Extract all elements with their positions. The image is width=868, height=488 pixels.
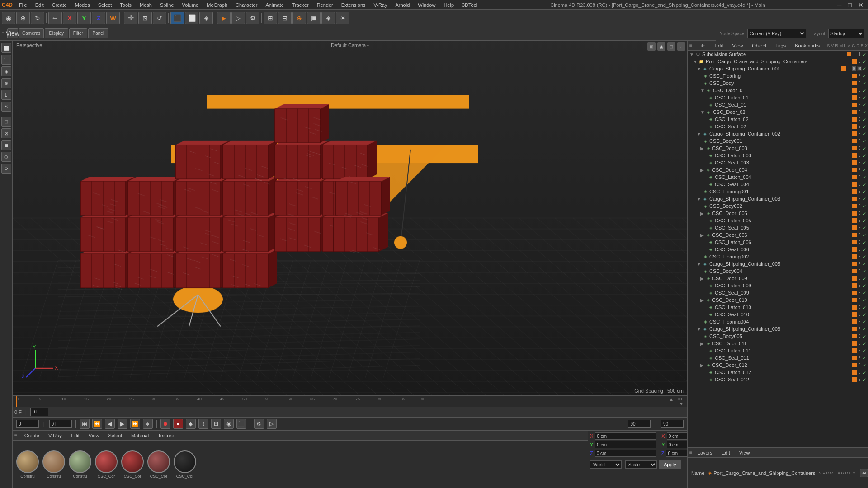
transform-mode-select[interactable]: Scale Move Rotate — [625, 460, 657, 469]
tree-item-csc-latch02[interactable]: ◈ CSC_Latch_02 ⋮ ✓ — [688, 116, 868, 123]
tree-item-csc-latch11[interactable]: ◈ CSC_Latch_011 ⋮ ✓ — [688, 347, 868, 354]
menu-file[interactable]: File — [15, 1, 31, 9]
left-icon-3[interactable]: ◈ — [1, 66, 11, 76]
tree-item-subdivision-surface[interactable]: ▼ ⬡ Subdivision Surface ⋮ ✓ — [688, 51, 868, 58]
rtab-edit-2[interactable]: Edit — [718, 449, 734, 456]
tree-item-csc-door11[interactable]: ▶ ◈ CSC_Door_011 ⋮ ✓ — [688, 340, 868, 347]
menu-character[interactable]: Character — [232, 1, 261, 9]
close-button[interactable]: ✕ — [855, 1, 866, 9]
tree-item-csc-seal01[interactable]: ◈ CSC_Seal_01 ⋮ ✓ — [688, 101, 868, 108]
auto-key-btn[interactable]: ● — [173, 419, 183, 429]
tree-item-csc-door12[interactable]: ▶ ◈ CSC_Door_012 ⋮ ✓ — [688, 361, 868, 369]
model-mode-btn[interactable]: ◉ — [2, 12, 15, 24]
tree-item-csc006[interactable]: ▼ ◈ Cargo_Shipping_Container_006 ⋮ ✓ — [688, 325, 868, 333]
edges-mode-btn[interactable]: ◈ — [199, 12, 213, 24]
scale-tool-btn[interactable]: ⊠ — [138, 12, 152, 24]
left-icon-6[interactable]: S — [1, 102, 11, 112]
material-item-6[interactable]: CSC_Cor — [174, 450, 196, 479]
rtab-view[interactable]: View — [729, 42, 747, 49]
light-btn[interactable]: ☀ — [336, 12, 349, 24]
timeline-ruler[interactable]: 0 5 10 15 20 25 30 35 40 45 50 55 60 65 … — [13, 396, 687, 407]
left-icon-11[interactable]: ⚙ — [1, 164, 11, 174]
go-start-btn[interactable]: ⏮ — [80, 419, 90, 429]
record-btn[interactable]: ⏺ — [160, 419, 170, 429]
tree-item-csc-door03[interactable]: ▶ ◈ CSC_Door_003 ⋮ ✓ — [688, 145, 868, 152]
left-icon-10[interactable]: ⬡ — [1, 152, 11, 162]
menu-3dtool[interactable]: 3DTool — [458, 1, 481, 9]
points-mode-btn[interactable]: ⬜ — [185, 12, 198, 24]
tree-item-csc003[interactable]: ▼ ◈ Cargo_Shipping_Container_003 ⋮ ✓ — [688, 195, 868, 202]
tree-item-csc-seal04[interactable]: ◈ CSC_Seal_004 ⋮ ✓ — [688, 181, 868, 188]
left-icon-1[interactable]: ⬜ — [1, 43, 11, 53]
material-item-5[interactable]: CSC_Cor — [147, 450, 170, 479]
tree-item-csc-flooring004[interactable]: ◈ CSC_Flooring004 ⋮ ✓ — [688, 318, 868, 325]
btab-select[interactable]: Select — [104, 432, 126, 439]
viewport-btn[interactable]: ▣ — [307, 12, 321, 24]
tree-item-csc-seal03[interactable]: ◈ CSC_Seal_003 ⋮ ✓ — [688, 159, 868, 166]
expand-arrow[interactable]: ▼ — [689, 52, 694, 57]
texture-mode-btn[interactable]: ⊕ — [16, 12, 30, 24]
filter-btn[interactable]: Filter — [69, 28, 87, 38]
end-frame-input[interactable] — [628, 420, 651, 428]
menu-create[interactable]: Create — [48, 1, 71, 9]
btab-vray[interactable]: V-Ray — [45, 432, 66, 439]
menu-window[interactable]: Window — [414, 1, 439, 9]
btab-edit[interactable]: Edit — [67, 432, 83, 439]
tree-item-csc-latch01[interactable]: ◈ CSC_Latch_01 ⋮ ✓ — [688, 94, 868, 101]
expand-arrow-2[interactable]: ▼ — [693, 59, 698, 64]
material-item-4[interactable]: CSC_Cor — [121, 450, 144, 479]
rtab-layers[interactable]: Layers — [694, 449, 716, 456]
layout-select[interactable]: Startup — [828, 29, 864, 38]
tree-item-csc-door05[interactable]: ▶ ◈ CSC_Door_005 ⋮ ✓ — [688, 210, 868, 217]
tree-item-csc-latch05[interactable]: ◈ CSC_Latch_005 ⋮ ✓ — [688, 217, 868, 224]
viewport[interactable]: Perspective Default Camera • Grid Spacin… — [13, 41, 687, 395]
viewport-icon-3[interactable]: ⊟ — [667, 42, 675, 51]
tree-item-csc-door06[interactable]: ▶ ◈ CSC_Door_006 ⋮ ✓ — [688, 231, 868, 239]
tree-item-csc-body002[interactable]: ◈ CSC_Body002 ⋮ ✓ — [688, 202, 868, 210]
tree-item-csc-door01[interactable]: ▼ ◈ CSC_Door_01 ⋮ ✓ — [688, 87, 868, 94]
bot-play-1[interactable]: ⏮ — [860, 469, 868, 477]
menu-select[interactable]: Select — [94, 1, 116, 9]
fps-input[interactable] — [661, 420, 684, 428]
frame-field[interactable] — [49, 420, 72, 428]
frame-scroll-up[interactable]: ▲ — [669, 397, 674, 402]
prev-btn[interactable]: ◀ — [105, 419, 115, 429]
tree-item-csc-seal09[interactable]: ◈ CSC_Seal_009 ⋮ ✓ — [688, 289, 868, 296]
display-btn2[interactable]: Display — [45, 28, 68, 38]
rtab-view-2[interactable]: View — [736, 449, 754, 456]
minimize-button[interactable]: ─ — [835, 1, 844, 9]
left-icon-2[interactable]: ⬛ — [1, 55, 11, 65]
tree-item-csc-latch09[interactable]: ◈ CSC_Latch_009 ⋮ ✓ — [688, 282, 868, 289]
tree-item-csc-seal02[interactable]: ◈ CSC_Seal_02 ⋮ ✓ — [688, 123, 868, 130]
prev-frame-btn[interactable]: ⏪ — [92, 419, 102, 429]
rtab-tags[interactable]: Tags — [772, 42, 789, 49]
key-btn[interactable]: ◆ — [186, 419, 196, 429]
snap-btn[interactable]: ⊟ — [278, 12, 292, 24]
tree-item-csc-door02[interactable]: ▼ ◈ CSC_Door_02 ⋮ ✓ — [688, 108, 868, 116]
btab-material[interactable]: Material — [127, 432, 152, 439]
render-region-btn[interactable]: ▷ — [231, 12, 245, 24]
tree-item-csc-seal12[interactable]: ◈ CSC_Seal_012 ⋮ ✓ — [688, 376, 868, 383]
tree-item-csc-body001[interactable]: ◈ CSC_Body001 ⋮ ✓ — [688, 137, 868, 145]
world-btn[interactable]: W — [106, 12, 120, 24]
y-axis-btn[interactable]: Y — [77, 12, 91, 24]
menu-modes[interactable]: Modes — [71, 1, 94, 9]
tree-item-csc-latch12[interactable]: ◈ CSC_Latch_012 ⋮ ✓ — [688, 369, 868, 376]
menu-extensions[interactable]: Extensions — [338, 1, 369, 9]
cameras-btn[interactable]: Cameras — [19, 28, 44, 38]
coord-system-select[interactable]: World Object Camera — [590, 460, 622, 469]
preview-btn[interactable]: ▷ — [267, 419, 277, 429]
rtab-object[interactable]: Object — [748, 42, 770, 49]
tree-item-csc-seal11[interactable]: ◈ CSC_Seal_011 ⋮ ✓ — [688, 354, 868, 361]
menu-tools[interactable]: Tools — [116, 1, 135, 9]
render-btn[interactable]: ▶ — [217, 12, 231, 24]
rtab-file[interactable]: File — [694, 42, 709, 49]
menu-tracker[interactable]: Tracker — [288, 1, 312, 9]
tree-item-port-cargo[interactable]: ▼ 📁 Port_Cargo_Crane_and_Shipping_Contai… — [688, 58, 868, 65]
layer-btn[interactable]: ⬛ — [236, 419, 246, 429]
tree-item-csc-door04[interactable]: ▶ ◈ CSC_Door_004 ⋮ ✓ — [688, 166, 868, 174]
mode-btn[interactable]: ⊕ — [292, 12, 306, 24]
menu-mesh[interactable]: Mesh — [136, 1, 156, 9]
left-icon-8[interactable]: ⊠ — [1, 128, 11, 138]
timeline-settings-btn[interactable]: ⚙ — [254, 419, 264, 429]
